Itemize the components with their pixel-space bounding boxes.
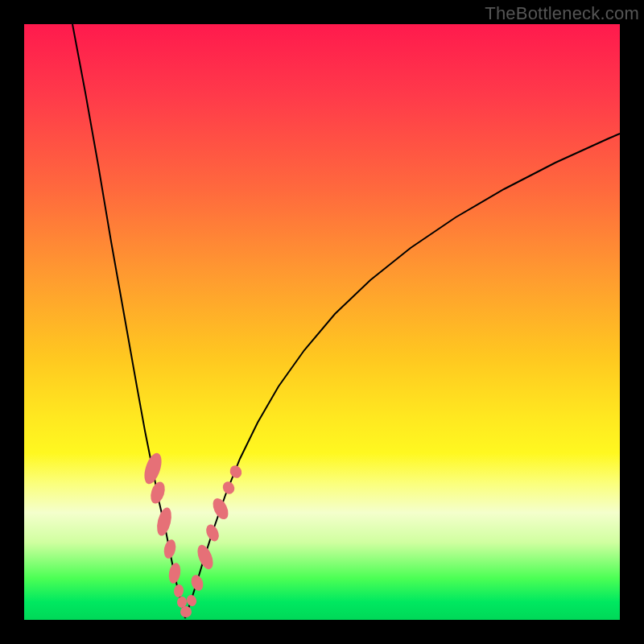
- data-point: [148, 480, 167, 506]
- data-point: [221, 480, 237, 497]
- data-point: [195, 543, 217, 572]
- data-point: [185, 593, 198, 607]
- data-point: [163, 539, 178, 559]
- watermark-text: TheBottleneck.com: [485, 3, 639, 24]
- curve-right-branch: [185, 134, 620, 618]
- data-point: [204, 522, 221, 543]
- data-point: [167, 562, 182, 584]
- data-point: [155, 506, 174, 538]
- data-point-markers: [141, 451, 244, 617]
- data-point: [173, 584, 184, 598]
- data-point: [189, 573, 205, 592]
- data-point: [180, 606, 192, 617]
- data-point: [210, 496, 232, 522]
- data-point: [228, 464, 244, 481]
- bottleneck-chart: [24, 24, 620, 620]
- data-point: [141, 451, 164, 486]
